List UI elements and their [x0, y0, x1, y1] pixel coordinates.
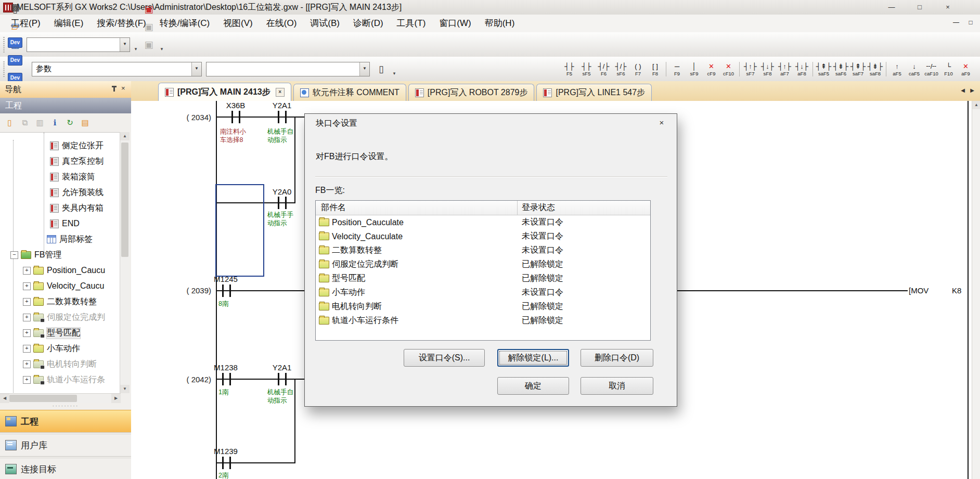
nav-stack-button[interactable]: 用户库 [0, 434, 131, 457]
table-row[interactable]: Position_Cauculate 未设置口令 [316, 215, 650, 229]
ladder-symbol-button[interactable]: ┤↓├ aF8 [793, 59, 810, 80]
ladder-symbol-button[interactable]: ┤⇞├ saF5 [815, 59, 832, 80]
tree-item[interactable]: + 伺服定位完成判 [0, 309, 120, 325]
tree-item[interactable]: 真空泵控制 [0, 153, 120, 169]
tree-item[interactable]: 夹具内有箱 [0, 200, 120, 216]
nav-stack-button[interactable]: 工程 [0, 410, 131, 433]
toolbar-overflow-icon[interactable]: ▾ [391, 60, 398, 77]
nav-tool-icon[interactable]: ↻ [63, 116, 77, 130]
document-tab[interactable]: [PRG]写入 MAIN 2413步 × [158, 83, 291, 101]
column-header-name[interactable]: 部件名 [316, 201, 518, 215]
table-row[interactable]: 电机转向判断 已解除锁定 [316, 300, 650, 314]
combo-dropdown-icon[interactable]: ▼ [120, 38, 130, 51]
scroll-left-icon[interactable]: ◀ [0, 394, 9, 403]
tab-scroll-right-icon[interactable]: ▶ [968, 85, 977, 96]
tree-expander[interactable]: + [23, 345, 31, 353]
combo-dropdown-icon[interactable]: ▼ [359, 62, 369, 76]
ladder-symbol-button[interactable]: ✕ aF9 [957, 59, 974, 80]
nav-tool-icon[interactable]: ℹ [48, 116, 62, 130]
toolbar-icon[interactable]: Dev [6, 34, 24, 51]
document-tab[interactable]: 软元件注释 COMMENT × [293, 84, 406, 101]
ladder-symbol-button[interactable]: ┤↑├ sF7 [742, 59, 759, 80]
ladder-symbol-button[interactable]: └ F10 [940, 59, 957, 80]
menu-item[interactable]: 编辑(E) [47, 15, 91, 32]
find-target-combo[interactable]: ▼ [206, 62, 370, 76]
menu-item[interactable]: 诊断(D) [346, 15, 390, 32]
device-label[interactable]: Y2A1 [265, 363, 299, 372]
tree-item[interactable]: + 电机转向判断 [0, 356, 120, 372]
device-label[interactable]: M1239 [209, 447, 242, 456]
toolbar-icon[interactable]: ▩ [6, 0, 24, 16]
ladder-symbol-button[interactable]: ┤├ sF5 [578, 59, 595, 80]
toolbar-icon[interactable]: ▣ [140, 18, 158, 36]
ladder-symbol-button[interactable]: ┤/├ sF6 [612, 59, 629, 80]
device-label[interactable]: Y2A0 [265, 187, 299, 196]
editor-vertical-scrollbar[interactable]: ▲ [972, 101, 980, 479]
tree-expander[interactable]: + [23, 329, 31, 337]
combo-dropdown-icon[interactable]: ▼ [191, 62, 201, 76]
scroll-up-icon[interactable]: ▲ [972, 101, 980, 109]
mdi-minimize-icon[interactable]: — [950, 19, 962, 28]
tree-item[interactable]: 局部标签 [0, 231, 120, 247]
ladder-symbol-button[interactable]: │ sF9 [686, 59, 703, 80]
document-tab[interactable]: [PRG]写入 LINE1 547步 × [536, 84, 652, 101]
panel-splitter[interactable]: ········· [0, 403, 131, 410]
ladder-symbol-button[interactable]: ✕ cF10 [720, 59, 737, 80]
close-button[interactable]: × [937, 2, 959, 12]
scroll-right-icon[interactable]: ▶ [111, 394, 121, 403]
ladder-symbol-button[interactable]: ┤↑├ aF7 [776, 59, 793, 80]
scroll-down-icon[interactable]: ▼ [120, 385, 130, 393]
ladder-symbol-button[interactable]: ─ F9 [668, 59, 686, 80]
ladder-symbol-button[interactable]: ╌/╌ caF10 [923, 59, 940, 80]
tree-item[interactable]: + Velocity_Caucu [0, 278, 120, 294]
ladder-symbol-button[interactable]: ↓ caF5 [906, 59, 923, 80]
device-label[interactable]: Y2A1 [265, 101, 299, 110]
ladder-symbol-button[interactable]: ┤⇟├ saF8 [867, 59, 884, 80]
tree-item[interactable]: + 型号匹配 [0, 325, 120, 341]
menu-item[interactable]: 在线(O) [260, 15, 304, 32]
menu-item[interactable]: 帮助(H) [478, 15, 522, 32]
menu-item[interactable]: 窗口(W) [432, 15, 478, 32]
panel-close-icon[interactable]: × [121, 84, 125, 92]
table-row[interactable]: 轨道小车运行条件 已解除锁定 [316, 314, 650, 328]
instruction-opcode[interactable]: [MOV [909, 286, 929, 295]
table-row[interactable]: Velocity_Cauculate 未设置口令 [316, 229, 650, 243]
tab-close-icon[interactable]: × [276, 88, 285, 97]
tree-expander[interactable]: + [23, 298, 31, 306]
tree-item[interactable]: − FB管理 [0, 247, 120, 263]
tree-item[interactable]: 允许预装线 [0, 185, 120, 200]
ladder-symbol-button[interactable]: ┤↓├ sF8 [759, 59, 776, 80]
data-select-combo[interactable]: 参数 ▼ [32, 62, 202, 76]
ladder-symbol-button[interactable]: ┤├ F5 [561, 59, 578, 80]
scrollbar-thumb[interactable] [9, 395, 77, 402]
toolbar-icon[interactable]: ▭ [6, 16, 24, 34]
toolbar-overflow-icon[interactable]: ▾ [132, 36, 139, 53]
toolbar-overflow-icon[interactable]: ▾ [158, 36, 165, 53]
table-row[interactable]: 伺服定位完成判断 已解除锁定 [316, 257, 650, 271]
table-row[interactable]: 二数算数转整 未设置口令 [316, 243, 650, 257]
tree-expander[interactable]: + [23, 314, 31, 321]
unlock-button[interactable]: 解除锁定(L)... [497, 349, 569, 367]
toolbar-handle[interactable] [3, 37, 5, 53]
tree-item[interactable]: 装箱滚筒 [0, 169, 120, 185]
device-label[interactable]: M1245 [209, 275, 242, 283]
table-row[interactable]: 小车动作 未设置口令 [316, 286, 650, 300]
dialog-close-icon[interactable]: × [654, 117, 669, 128]
maximize-button[interactable]: □ [909, 2, 931, 12]
delete-password-button[interactable]: 删除口令(D) [581, 349, 653, 367]
toolbar-icon[interactable]: Dev [6, 51, 24, 69]
toolbar-icon[interactable]: ▣ [140, 1, 158, 18]
toolbar-icon[interactable]: ▣ [140, 36, 158, 54]
scroll-up-icon[interactable]: ▲ [120, 132, 130, 140]
nav-tool-icon[interactable]: ⧉ [18, 116, 32, 130]
ladder-symbol-button[interactable]: ↑ aF5 [888, 59, 906, 80]
find-combo[interactable]: ▼ [27, 37, 130, 52]
set-password-button[interactable]: 设置口令(S)... [404, 349, 485, 367]
device-label[interactable]: X36B [219, 101, 252, 110]
menu-item[interactable]: 调试(B) [303, 15, 346, 32]
cell-selection-cursor[interactable] [215, 184, 264, 277]
minimize-button[interactable]: — [881, 2, 902, 12]
nav-stack-button[interactable]: 连接目标 [0, 458, 131, 479]
cancel-button[interactable]: 取消 [581, 377, 653, 395]
document-tab[interactable]: [PRG]写入 ROBOT 2879步 × [408, 84, 535, 101]
